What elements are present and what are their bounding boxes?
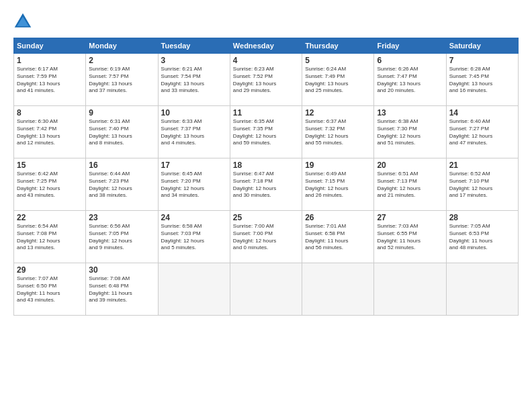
calendar-week-0: 1Sunrise: 6:17 AMSunset: 7:59 PMDaylight… (14, 54, 519, 106)
day-number: 23 (89, 213, 154, 222)
calendar-week-2: 15Sunrise: 6:42 AMSunset: 7:25 PMDayligh… (14, 158, 519, 211)
column-header-saturday: Saturday (446, 38, 518, 54)
day-number: 10 (161, 108, 227, 118)
cell-info: Sunrise: 6:21 AMSunset: 7:54 PMDaylight:… (161, 66, 227, 95)
calendar-cell: 7Sunrise: 6:28 AMSunset: 7:45 PMDaylight… (446, 54, 518, 106)
day-number: 13 (377, 108, 443, 118)
cell-info: Sunrise: 6:37 AMSunset: 7:32 PMDaylight:… (305, 118, 371, 147)
calendar-cell: 18Sunrise: 6:47 AMSunset: 7:18 PMDayligh… (230, 158, 302, 211)
calendar-header: SundayMondayTuesdayWednesdayThursdayFrid… (14, 38, 519, 54)
column-header-monday: Monday (86, 38, 158, 54)
calendar-cell: 2Sunrise: 6:19 AMSunset: 7:57 PMDaylight… (86, 54, 158, 106)
column-header-wednesday: Wednesday (230, 38, 302, 54)
cell-info: Sunrise: 6:38 AMSunset: 7:30 PMDaylight:… (377, 118, 443, 147)
calendar-body: 1Sunrise: 6:17 AMSunset: 7:59 PMDaylight… (14, 54, 519, 316)
day-number: 7 (449, 56, 515, 65)
calendar-cell: 6Sunrise: 6:26 AMSunset: 7:47 PMDaylight… (374, 54, 446, 106)
cell-info: Sunrise: 6:49 AMSunset: 7:15 PMDaylight:… (305, 171, 371, 199)
cell-info: Sunrise: 6:44 AMSunset: 7:23 PMDaylight:… (89, 171, 154, 199)
calendar-cell: 21Sunrise: 6:52 AMSunset: 7:10 PMDayligh… (446, 158, 518, 211)
day-number: 12 (305, 108, 371, 118)
calendar-cell: 26Sunrise: 7:01 AMSunset: 6:58 PMDayligh… (302, 211, 374, 263)
day-number: 19 (305, 161, 371, 170)
cell-info: Sunrise: 6:31 AMSunset: 7:40 PMDaylight:… (89, 118, 154, 147)
logo-icon (13, 12, 32, 31)
calendar-cell: 13Sunrise: 6:38 AMSunset: 7:30 PMDayligh… (374, 106, 446, 158)
calendar-cell (446, 263, 518, 316)
cell-info: Sunrise: 6:52 AMSunset: 7:10 PMDaylight:… (449, 171, 515, 199)
cell-info: Sunrise: 6:19 AMSunset: 7:57 PMDaylight:… (89, 66, 154, 95)
day-number: 22 (17, 213, 83, 222)
calendar-cell: 25Sunrise: 7:00 AMSunset: 7:00 PMDayligh… (230, 211, 302, 263)
cell-info: Sunrise: 6:17 AMSunset: 7:59 PMDaylight:… (17, 66, 83, 95)
cell-info: Sunrise: 7:05 AMSunset: 6:53 PMDaylight:… (449, 223, 515, 252)
calendar-cell: 23Sunrise: 6:56 AMSunset: 7:05 PMDayligh… (86, 211, 158, 263)
cell-info: Sunrise: 7:00 AMSunset: 7:00 PMDaylight:… (233, 223, 299, 252)
cell-info: Sunrise: 6:40 AMSunset: 7:27 PMDaylight:… (449, 118, 515, 147)
day-number: 11 (233, 108, 299, 118)
day-number: 4 (233, 56, 299, 65)
cell-info: Sunrise: 6:47 AMSunset: 7:18 PMDaylight:… (233, 171, 299, 199)
calendar-cell (374, 263, 446, 316)
calendar-cell: 5Sunrise: 6:24 AMSunset: 7:49 PMDaylight… (302, 54, 374, 106)
calendar-cell: 20Sunrise: 6:51 AMSunset: 7:13 PMDayligh… (374, 158, 446, 211)
day-number: 6 (377, 56, 443, 65)
calendar-cell: 27Sunrise: 7:03 AMSunset: 6:55 PMDayligh… (374, 211, 446, 263)
cell-info: Sunrise: 6:26 AMSunset: 7:47 PMDaylight:… (377, 66, 443, 95)
day-number: 21 (449, 161, 515, 170)
calendar-cell: 12Sunrise: 6:37 AMSunset: 7:32 PMDayligh… (302, 106, 374, 158)
day-number: 15 (17, 161, 83, 170)
cell-info: Sunrise: 6:35 AMSunset: 7:35 PMDaylight:… (233, 118, 299, 147)
day-number: 26 (305, 213, 371, 222)
day-number: 30 (89, 265, 154, 275)
calendar-cell (158, 263, 230, 316)
calendar-week-3: 22Sunrise: 6:54 AMSunset: 7:08 PMDayligh… (14, 211, 519, 263)
calendar-table: SundayMondayTuesdayWednesdayThursdayFrid… (13, 38, 519, 316)
cell-info: Sunrise: 7:08 AMSunset: 6:48 PMDaylight:… (89, 275, 154, 304)
calendar-cell: 11Sunrise: 6:35 AMSunset: 7:35 PMDayligh… (230, 106, 302, 158)
logo (13, 12, 35, 31)
day-number: 1 (17, 56, 83, 65)
day-number: 24 (161, 213, 227, 222)
calendar-cell: 16Sunrise: 6:44 AMSunset: 7:23 PMDayligh… (86, 158, 158, 211)
calendar-cell: 28Sunrise: 7:05 AMSunset: 6:53 PMDayligh… (446, 211, 518, 263)
cell-info: Sunrise: 6:33 AMSunset: 7:37 PMDaylight:… (161, 118, 227, 147)
cell-info: Sunrise: 6:42 AMSunset: 7:25 PMDaylight:… (17, 171, 83, 199)
day-number: 20 (377, 161, 443, 170)
calendar-cell: 22Sunrise: 6:54 AMSunset: 7:08 PMDayligh… (14, 211, 86, 263)
cell-info: Sunrise: 6:56 AMSunset: 7:05 PMDaylight:… (89, 223, 154, 252)
calendar-cell: 19Sunrise: 6:49 AMSunset: 7:15 PMDayligh… (302, 158, 374, 211)
cell-info: Sunrise: 7:03 AMSunset: 6:55 PMDaylight:… (377, 223, 443, 252)
cell-info: Sunrise: 6:24 AMSunset: 7:49 PMDaylight:… (305, 66, 371, 95)
calendar-cell: 9Sunrise: 6:31 AMSunset: 7:40 PMDaylight… (86, 106, 158, 158)
column-header-tuesday: Tuesday (158, 38, 230, 54)
day-number: 5 (305, 56, 371, 65)
calendar-cell: 10Sunrise: 6:33 AMSunset: 7:37 PMDayligh… (158, 106, 230, 158)
day-number: 8 (17, 108, 83, 118)
column-header-thursday: Thursday (302, 38, 374, 54)
calendar-cell: 3Sunrise: 6:21 AMSunset: 7:54 PMDaylight… (158, 54, 230, 106)
day-number: 9 (89, 108, 154, 118)
cell-info: Sunrise: 6:51 AMSunset: 7:13 PMDaylight:… (377, 171, 443, 199)
calendar-cell: 15Sunrise: 6:42 AMSunset: 7:25 PMDayligh… (14, 158, 86, 211)
day-number: 14 (449, 108, 515, 118)
calendar-cell: 30Sunrise: 7:08 AMSunset: 6:48 PMDayligh… (86, 263, 158, 316)
cell-info: Sunrise: 6:28 AMSunset: 7:45 PMDaylight:… (449, 66, 515, 95)
cell-info: Sunrise: 6:30 AMSunset: 7:42 PMDaylight:… (17, 118, 83, 147)
day-number: 16 (89, 161, 154, 170)
calendar-cell: 29Sunrise: 7:07 AMSunset: 6:50 PMDayligh… (14, 263, 86, 316)
day-number: 18 (233, 161, 299, 170)
column-header-sunday: Sunday (14, 38, 86, 54)
calendar-cell (230, 263, 302, 316)
calendar-cell (302, 263, 374, 316)
day-number: 25 (233, 213, 299, 222)
cell-info: Sunrise: 7:07 AMSunset: 6:50 PMDaylight:… (17, 275, 83, 304)
cell-info: Sunrise: 6:58 AMSunset: 7:03 PMDaylight:… (161, 223, 227, 252)
calendar-week-4: 29Sunrise: 7:07 AMSunset: 6:50 PMDayligh… (14, 263, 519, 316)
day-number: 29 (17, 265, 83, 275)
day-number: 17 (161, 161, 227, 170)
calendar-cell: 8Sunrise: 6:30 AMSunset: 7:42 PMDaylight… (14, 106, 86, 158)
cell-info: Sunrise: 6:45 AMSunset: 7:20 PMDaylight:… (161, 171, 227, 199)
calendar-week-1: 8Sunrise: 6:30 AMSunset: 7:42 PMDaylight… (14, 106, 519, 158)
calendar-cell: 14Sunrise: 6:40 AMSunset: 7:27 PMDayligh… (446, 106, 518, 158)
